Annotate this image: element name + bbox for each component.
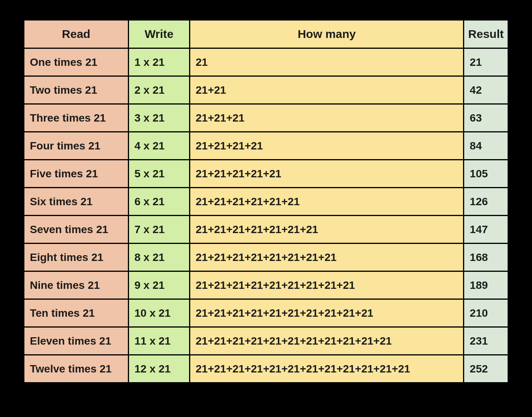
header-result: Result (464, 20, 508, 48)
cell-read: Nine times 21 (24, 271, 129, 299)
cell-howmany: 21+21+21+21+21+21+21+21+21+21+21+21 (190, 355, 464, 383)
cell-result: 189 (464, 271, 508, 299)
cell-write: 1 x 21 (129, 48, 190, 76)
cell-write: 3 x 21 (129, 104, 190, 132)
cell-result: 105 (464, 160, 508, 188)
cell-result: 126 (464, 188, 508, 216)
table-row: Seven times 217 x 2121+21+21+21+21+21+21… (24, 216, 508, 244)
cell-write: 4 x 21 (129, 132, 190, 160)
cell-read: Ten times 21 (24, 299, 129, 327)
cell-read: One times 21 (24, 48, 129, 76)
cell-read: Eleven times 21 (24, 327, 129, 355)
table-row: Nine times 219 x 2121+21+21+21+21+21+21+… (24, 271, 508, 299)
cell-read: Two times 21 (24, 76, 129, 104)
cell-write: 6 x 21 (129, 188, 190, 216)
cell-write: 10 x 21 (129, 299, 190, 327)
table-row: Two times 212 x 2121+2142 (24, 76, 508, 104)
cell-howmany: 21+21+21 (190, 104, 464, 132)
header-write: Write (129, 20, 190, 48)
cell-result: 147 (464, 216, 508, 244)
cell-howmany: 21+21+21+21+21+21+21+21 (190, 244, 464, 271)
cell-result: 168 (464, 244, 508, 271)
cell-write: 9 x 21 (129, 271, 190, 299)
cell-howmany: 21+21+21+21 (190, 132, 464, 160)
cell-write: 2 x 21 (129, 76, 190, 104)
cell-result: 252 (464, 355, 508, 383)
table-row: Eleven times 2111 x 2121+21+21+21+21+21+… (24, 327, 508, 355)
cell-read: Four times 21 (24, 132, 129, 160)
header-howmany: How many (190, 20, 464, 48)
cell-howmany: 21+21+21+21+21+21+21+21+21 (190, 271, 464, 299)
cell-read: Eight times 21 (24, 244, 129, 271)
cell-write: 8 x 21 (129, 244, 190, 271)
cell-write: 7 x 21 (129, 216, 190, 244)
table-row: Five times 215 x 2121+21+21+21+21105 (24, 160, 508, 188)
cell-howmany: 21+21+21+21+21+21 (190, 188, 464, 216)
cell-read: Three times 21 (24, 104, 129, 132)
cell-howmany: 21+21 (190, 76, 464, 104)
table-row: Six times 216 x 2121+21+21+21+21+21126 (24, 188, 508, 216)
header-read: Read (24, 20, 129, 48)
table-row: Eight times 218 x 2121+21+21+21+21+21+21… (24, 244, 508, 271)
multiplication-table: Read Write How many Result One times 211… (23, 19, 509, 383)
cell-howmany: 21+21+21+21+21+21+21+21+21+21+21 (190, 327, 464, 355)
cell-result: 63 (464, 104, 508, 132)
table-row: Three times 213 x 2121+21+2163 (24, 104, 508, 132)
table-row: Ten times 2110 x 2121+21+21+21+21+21+21+… (24, 299, 508, 327)
cell-read: Seven times 21 (24, 216, 129, 244)
cell-howmany: 21+21+21+21+21+21+21+21+21+21 (190, 299, 464, 327)
cell-read: Five times 21 (24, 160, 129, 188)
table-row: Four times 214 x 2121+21+21+2184 (24, 132, 508, 160)
cell-read: Six times 21 (24, 188, 129, 216)
cell-result: 231 (464, 327, 508, 355)
cell-result: 21 (464, 48, 508, 76)
table-header-row: Read Write How many Result (24, 20, 508, 48)
cell-howmany: 21 (190, 48, 464, 76)
table-row: One times 211 x 212121 (24, 48, 508, 76)
cell-result: 42 (464, 76, 508, 104)
cell-result: 84 (464, 132, 508, 160)
cell-write: 5 x 21 (129, 160, 190, 188)
cell-howmany: 21+21+21+21+21+21+21 (190, 216, 464, 244)
table-row: Twelve times 2112 x 2121+21+21+21+21+21+… (24, 355, 508, 383)
cell-result: 210 (464, 299, 508, 327)
cell-read: Twelve times 21 (24, 355, 129, 383)
cell-write: 11 x 21 (129, 327, 190, 355)
cell-howmany: 21+21+21+21+21 (190, 160, 464, 188)
cell-write: 12 x 21 (129, 355, 190, 383)
